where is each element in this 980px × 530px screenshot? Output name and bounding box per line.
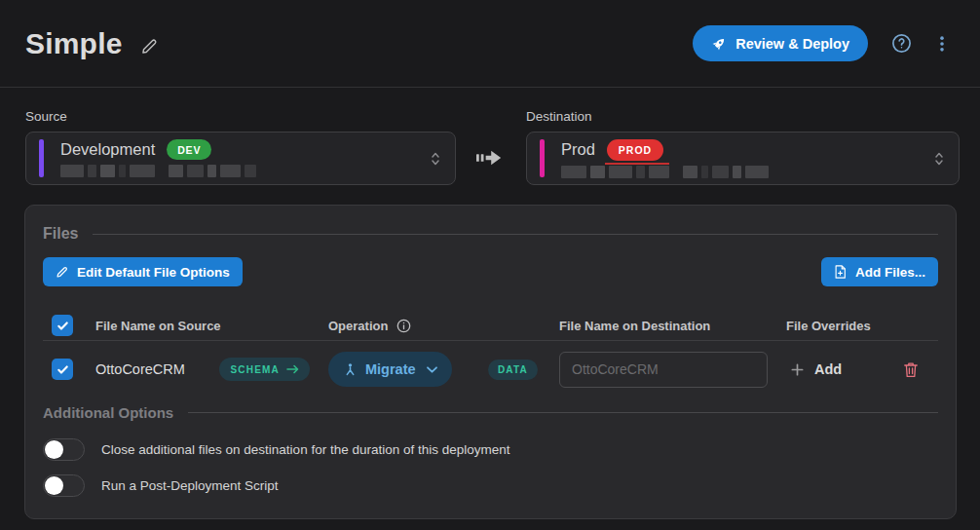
destination-env-badge: PROD [607,139,663,161]
post-deployment-script-toggle[interactable] [43,474,85,497]
edit-default-file-options-button[interactable]: Edit Default File Options [43,257,243,286]
row-checkbox[interactable] [52,359,73,380]
info-icon[interactable] [396,319,411,333]
destination-name: Prod [561,140,595,159]
operation-dropdown-button[interactable]: Migrate [328,352,452,387]
column-file-name-on-source: File Name on Source [95,319,221,333]
toggle-knob [45,440,63,459]
trash-icon [903,361,919,378]
migrate-icon [343,362,358,377]
column-operation: Operation [328,319,388,333]
chevron-down-icon [427,366,437,373]
source-select[interactable]: Development DEV [25,132,456,185]
table-row: OttoCoreCRM SCHEMA Migrate [43,341,938,398]
operation-label: Migrate [365,361,416,377]
files-heading: Files [43,225,78,243]
destination-column: Destination Prod PROD [526,109,960,185]
select-chevrons-icon [933,151,945,167]
additional-options-rule [188,412,938,413]
delete-row-button[interactable] [899,358,923,382]
help-icon [891,33,912,54]
check-icon [57,363,69,376]
files-section-header: Files [43,225,938,243]
files-actions: Edit Default File Options Add Files... [43,257,938,286]
deploy-direction-arrow-icon [456,109,526,185]
destination-label: Destination [526,109,960,124]
rocket-icon [711,36,727,52]
add-override-button[interactable]: Add [790,361,842,377]
source-column: Source Development DEV [25,109,456,185]
source-select-body: Development DEV [60,139,256,177]
edit-title-button[interactable] [136,34,162,59]
overflow-menu-button[interactable] [929,31,955,57]
data-badge-label: DATA [498,364,528,375]
source-env-badge: DEV [167,139,211,160]
source-label: Source [25,109,456,124]
file-table-header: File Name on Source Operation File Name … [43,311,938,341]
add-override-label: Add [814,361,842,377]
add-files-label: Add Files... [855,265,925,280]
additional-options-header: Additional Options [43,404,938,421]
additional-options-heading: Additional Options [43,404,173,421]
close-files-option-row: Close additional files on destination fo… [43,437,938,461]
redacted-destination-server-info [561,166,769,178]
source-accent-bar [39,139,44,177]
actions-spacer [243,257,821,286]
post-deployment-script-option-row: Run a Post-Deployment Script [43,473,938,497]
help-button[interactable] [887,29,916,57]
data-badge: DATA [488,360,538,380]
schema-badge: SCHEMA [219,358,310,381]
environment-row: Source Development DEV [0,88,980,185]
destination-select[interactable]: Prod PROD [526,132,960,185]
review-deploy-button[interactable]: Review & Deploy [693,25,868,61]
column-file-overrides: File Overrides [786,319,871,333]
select-all-checkbox[interactable] [52,315,73,336]
redacted-source-server-info [60,165,256,177]
select-chevrons-icon [430,151,441,167]
kebab-menu-icon [933,35,951,53]
column-file-name-on-destination: File Name on Destination [559,319,710,333]
deployment-editor: Simple Review & Deploy [0,0,980,530]
files-heading-rule [93,234,938,235]
files-panel: Files Edit Default File Options Add File… [24,205,957,519]
toggle-knob [45,476,63,495]
review-deploy-label: Review & Deploy [735,36,849,52]
header: Simple Review & Deploy [0,0,980,88]
edit-default-file-options-label: Edit Default File Options [77,265,230,280]
post-deployment-script-toggle-label: Run a Post-Deployment Script [101,478,279,493]
plus-icon [790,362,805,377]
check-icon [57,320,69,332]
pencil-icon [140,38,158,56]
destination-file-name-input[interactable] [559,352,768,388]
close-files-toggle-label: Close additional files on destination fo… [101,442,510,457]
source-file-name: OttoCoreCRM [95,361,185,377]
pencil-icon [56,266,68,279]
file-plus-icon [834,265,847,279]
schema-badge-label: SCHEMA [230,364,280,375]
close-files-toggle[interactable] [43,438,85,461]
source-name: Development [60,140,155,159]
add-files-button[interactable]: Add Files... [821,257,938,286]
arrow-right-icon [286,364,299,374]
destination-accent-bar [540,139,545,177]
destination-select-body: Prod PROD [561,139,769,178]
page-title: Simple [25,27,123,60]
